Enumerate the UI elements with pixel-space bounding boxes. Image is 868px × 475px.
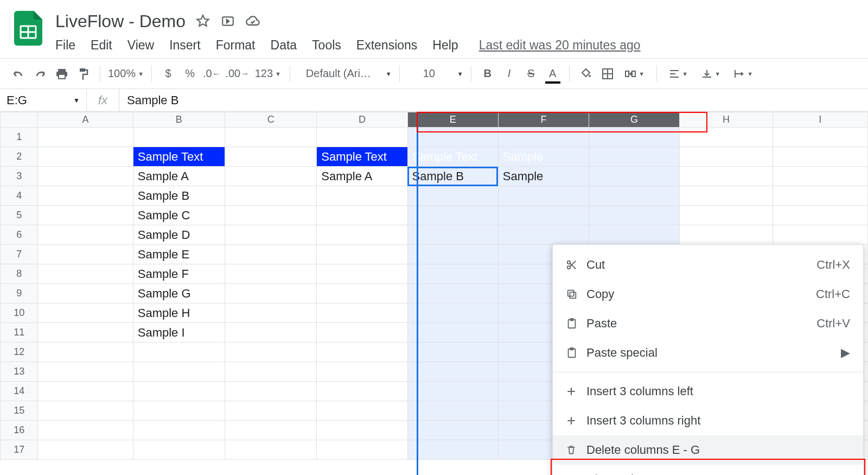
cell-D16[interactable] — [317, 421, 407, 440]
name-box[interactable]: E:G▼ — [0, 89, 87, 111]
cell-D8[interactable] — [317, 264, 407, 284]
cell-D3[interactable]: Sample A — [317, 167, 407, 186]
cell-E17[interactable] — [407, 440, 498, 460]
cell-E6[interactable] — [407, 225, 498, 245]
formula-input[interactable]: Sample B — [119, 93, 186, 107]
cell-A6[interactable] — [38, 225, 133, 245]
cell-C17[interactable] — [225, 440, 317, 460]
grid-row[interactable]: 3Sample ASample ASample BSample — [1, 167, 868, 186]
row-header[interactable]: 14 — [1, 382, 38, 401]
cell-A7[interactable] — [38, 245, 133, 264]
last-edit-link[interactable]: Last edit was 20 minutes ago — [479, 38, 641, 53]
cell-E7[interactable] — [407, 245, 498, 264]
cell-F4[interactable] — [498, 186, 589, 206]
cell-C10[interactable] — [225, 303, 317, 323]
menu-view[interactable]: View — [127, 38, 154, 53]
grid-row[interactable]: 6Sample D — [1, 225, 868, 245]
cell-B1[interactable] — [133, 128, 225, 147]
cell-C2[interactable] — [225, 147, 317, 167]
cell-B5[interactable]: Sample C — [133, 206, 225, 225]
cell-C7[interactable] — [225, 245, 317, 264]
menu-extensions[interactable]: Extensions — [356, 38, 418, 53]
cell-A11[interactable] — [38, 323, 133, 343]
cell-E8[interactable] — [407, 264, 498, 284]
star-icon[interactable] — [195, 14, 210, 29]
cell-A17[interactable] — [38, 440, 133, 460]
cell-C12[interactable] — [225, 343, 317, 362]
col-header-C[interactable]: C — [225, 112, 317, 128]
cell-H3[interactable] — [680, 167, 773, 186]
cell-A9[interactable] — [38, 284, 133, 303]
cell-D13[interactable] — [317, 362, 407, 382]
col-header-A[interactable]: A — [38, 112, 133, 128]
ctx-paste[interactable]: Paste Ctrl+V — [553, 309, 863, 338]
print-icon[interactable] — [53, 64, 71, 84]
cell-B6[interactable]: Sample D — [133, 225, 225, 245]
increase-decimal-button[interactable]: .00→ — [225, 64, 249, 84]
cell-I6[interactable] — [773, 225, 867, 245]
paint-format-icon[interactable] — [75, 64, 92, 84]
cell-F3[interactable]: Sample — [498, 167, 589, 186]
cell-A14[interactable] — [38, 382, 133, 401]
cell-E12[interactable] — [407, 343, 498, 362]
row-header[interactable]: 11 — [1, 323, 38, 343]
cell-E15[interactable] — [407, 401, 498, 421]
cell-C15[interactable] — [225, 401, 317, 421]
cell-D10[interactable] — [317, 303, 407, 323]
ctx-paste-special[interactable]: Paste special ▶ — [553, 338, 863, 368]
cell-C5[interactable] — [225, 206, 317, 225]
col-header-F[interactable]: F — [498, 112, 589, 128]
cell-D6[interactable] — [317, 225, 407, 245]
grid-row[interactable]: 5Sample C — [1, 206, 868, 225]
menu-edit[interactable]: Edit — [91, 38, 112, 53]
cell-C4[interactable] — [225, 186, 317, 206]
cell-C1[interactable] — [225, 128, 317, 147]
chevron-down-icon[interactable]: ▼ — [73, 97, 80, 104]
cell-H1[interactable] — [680, 128, 773, 147]
cell-B8[interactable]: Sample F — [133, 264, 225, 284]
cell-B16[interactable] — [133, 421, 225, 440]
cell-D14[interactable] — [317, 382, 407, 401]
grid-row[interactable]: 1 — [1, 128, 868, 147]
ctx-insert-left[interactable]: Insert 3 columns left — [553, 377, 863, 406]
cell-A8[interactable] — [38, 264, 133, 284]
decrease-decimal-button[interactable]: .0← — [203, 64, 221, 84]
cell-E16[interactable] — [407, 421, 498, 440]
menu-insert[interactable]: Insert — [169, 38, 201, 53]
col-header-G[interactable]: G — [589, 112, 680, 128]
cell-D12[interactable] — [317, 343, 407, 362]
cell-G5[interactable] — [589, 206, 680, 225]
ctx-copy[interactable]: Copy Ctrl+C — [553, 280, 863, 309]
ctx-cut[interactable]: Cut Ctrl+X — [553, 250, 863, 280]
bold-button[interactable]: B — [479, 64, 496, 84]
cell-D2[interactable]: Sample Text — [317, 147, 407, 167]
col-header-H[interactable]: H — [680, 112, 773, 128]
cell-D9[interactable] — [317, 284, 407, 303]
cell-D15[interactable] — [317, 401, 407, 421]
row-header[interactable]: 12 — [1, 343, 38, 362]
vertical-align-button[interactable]: ▼ — [697, 64, 725, 84]
col-header-D[interactable]: D — [317, 112, 407, 128]
cell-F2[interactable]: Sample — [498, 147, 589, 167]
cell-E9[interactable] — [407, 284, 498, 303]
cell-C11[interactable] — [225, 323, 317, 343]
cell-A2[interactable] — [38, 147, 133, 167]
grid-row[interactable]: 2Sample TextSample TextSample TextSample — [1, 147, 868, 167]
cell-F1[interactable] — [498, 128, 589, 147]
move-icon[interactable] — [220, 14, 235, 29]
row-header[interactable]: 2 — [1, 147, 38, 167]
zoom-select[interactable]: 100%▼ — [108, 64, 144, 84]
chevron-down-icon[interactable]: ▼ — [386, 71, 392, 77]
cell-B13[interactable] — [133, 362, 225, 382]
redo-icon[interactable] — [31, 64, 49, 84]
row-header[interactable]: 1 — [1, 128, 38, 147]
italic-button[interactable]: I — [501, 64, 518, 84]
merge-cells-button[interactable]: ▼ — [621, 64, 649, 84]
menu-file[interactable]: File — [55, 38, 75, 53]
row-header[interactable]: 16 — [1, 421, 38, 440]
column-header-row[interactable]: A B C D E F G H I — [1, 112, 868, 128]
row-header[interactable]: 13 — [1, 362, 38, 382]
cloud-saved-icon[interactable] — [245, 14, 260, 29]
cell-H2[interactable] — [680, 147, 773, 167]
text-wrap-button[interactable]: ▼ — [730, 64, 758, 84]
